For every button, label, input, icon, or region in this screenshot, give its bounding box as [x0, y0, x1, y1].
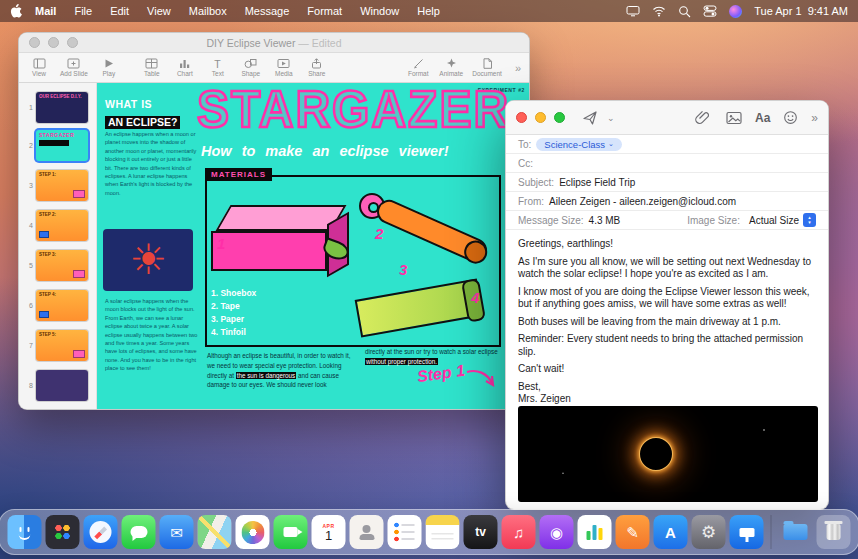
animate-button[interactable]: Animate — [439, 58, 463, 77]
slide-thumbnail-5[interactable]: 5 STEP 3: — [19, 247, 97, 283]
slide-thumbnail-2[interactable]: 2 STARGAZER — [19, 127, 97, 163]
close-button[interactable] — [29, 37, 40, 48]
close-button[interactable] — [516, 112, 527, 123]
pages-icon[interactable]: ✎ — [616, 515, 650, 549]
slide-thumbnail-6[interactable]: 6 STEP 4: — [19, 287, 97, 323]
calendar-icon[interactable]: APR 1 — [312, 515, 346, 549]
app-store-icon[interactable]: A — [654, 515, 688, 549]
attachment-icon[interactable] — [692, 110, 713, 125]
thumb-art — [39, 231, 49, 238]
menu-app-name[interactable]: Mail — [26, 5, 65, 17]
dock-divider — [771, 515, 772, 549]
thumb-art — [39, 140, 69, 146]
chevron-down-icon: ⌄ — [608, 140, 614, 148]
mail-icon[interactable]: ✉ — [160, 515, 194, 549]
reminders-icon[interactable] — [388, 515, 422, 549]
menu-window[interactable]: Window — [351, 5, 408, 17]
menu-edit[interactable]: Edit — [101, 5, 138, 17]
to-field[interactable]: To: Science-Class ⌄ — [506, 135, 828, 154]
thumb-art — [73, 350, 85, 358]
finder-icon[interactable] — [8, 515, 42, 549]
shape-button[interactable]: Shape — [239, 58, 263, 77]
menu-message[interactable]: Message — [236, 5, 299, 17]
insert-photo-icon[interactable] — [723, 111, 745, 125]
thumb-art — [73, 190, 85, 198]
siri-icon[interactable] — [729, 5, 742, 18]
safari-icon[interactable] — [84, 515, 118, 549]
format-button[interactable]: Format — [406, 58, 430, 77]
slide-thumbnail-4[interactable]: 4 STEP 2: — [19, 207, 97, 243]
search-icon[interactable] — [678, 5, 691, 18]
slide-thumbnail-3[interactable]: 3 STEP 1: — [19, 167, 97, 203]
image-size-stepper[interactable]: ▴ ▾ — [803, 213, 816, 227]
toolbar-overflow-icon[interactable]: » — [515, 62, 521, 74]
add-slide-button[interactable]: Add Slide — [60, 58, 88, 77]
eclipse-heading: WHAT IS AN ECLIPSE? — [105, 98, 180, 131]
slide-thumbnail-1[interactable]: 1 OUR ECLIPSE D.I.Y. — [19, 89, 97, 125]
menu-view[interactable]: View — [138, 5, 180, 17]
mail-toolbar[interactable]: ⌄ Aa » — [506, 101, 828, 135]
send-icon[interactable] — [579, 110, 601, 126]
keynote-icon[interactable] — [730, 515, 764, 549]
zoom-button[interactable] — [67, 37, 78, 48]
cc-field[interactable]: Cc: — [506, 154, 828, 173]
recipient-token[interactable]: Science-Class ⌄ — [536, 138, 622, 151]
media-button[interactable]: Media — [272, 58, 296, 77]
control-center-icon[interactable] — [703, 5, 717, 17]
facetime-icon[interactable] — [274, 515, 308, 549]
tinfoil-illustration — [355, 279, 484, 338]
messages-icon[interactable] — [122, 515, 156, 549]
message-body[interactable]: Greetings, earthlings! As I'm sure you a… — [506, 230, 828, 406]
body-paragraph: Mrs. Zeigen — [518, 393, 816, 406]
minimize-button[interactable] — [48, 37, 59, 48]
zoom-button[interactable] — [554, 112, 565, 123]
maps-icon[interactable] — [198, 515, 232, 549]
desktop: Mail File Edit View Mailbox Message Form… — [0, 0, 858, 559]
display-icon[interactable] — [626, 5, 640, 17]
table-button[interactable]: Table — [140, 58, 164, 77]
paper-roll-illustration — [373, 196, 491, 266]
chart-button[interactable]: Chart — [173, 58, 197, 77]
contacts-icon[interactable] — [350, 515, 384, 549]
body-paragraph: Can't wait! — [518, 363, 816, 376]
share-button[interactable]: Share — [305, 58, 329, 77]
format-text-button[interactable]: Aa — [755, 111, 770, 125]
menu-format[interactable]: Format — [298, 5, 351, 17]
apple-menu-icon[interactable] — [10, 4, 22, 18]
message-size-value: 4.3 MB — [589, 215, 621, 226]
intro-paragraph: An eclipse happens when a moon or planet… — [105, 130, 199, 197]
trash-icon[interactable] — [817, 515, 851, 549]
eclipse-photo-attachment[interactable] — [518, 406, 818, 502]
body-paragraph: Both buses will be leaving from the main… — [518, 316, 816, 329]
tv-icon[interactable]: tv — [464, 515, 498, 549]
menu-bar-clock[interactable]: Tue Apr 1 9:41 AM — [754, 5, 848, 17]
subject-field[interactable]: Subject: Eclipse Field Trip — [506, 173, 828, 192]
settings-icon[interactable]: ⚙ — [692, 515, 726, 549]
play-button[interactable]: Play — [97, 58, 121, 77]
photos-icon[interactable] — [236, 515, 270, 549]
menu-mailbox[interactable]: Mailbox — [180, 5, 236, 17]
slide-thumbnail-8[interactable]: 8 — [19, 367, 97, 403]
notes-icon[interactable] — [426, 515, 460, 549]
downloads-folder-icon[interactable] — [779, 515, 813, 549]
menu-file[interactable]: File — [65, 5, 101, 17]
slide-canvas[interactable]: EXPERIMENT #2 STARGAZER How to make an e… — [97, 83, 530, 410]
launchpad-icon[interactable] — [46, 515, 80, 549]
minimize-button[interactable] — [535, 112, 546, 123]
slide-thumbnail-7[interactable]: 7 STEP 5: — [19, 327, 97, 363]
numbers-icon[interactable] — [578, 515, 612, 549]
send-options-chevron-icon[interactable]: ⌄ — [607, 113, 615, 123]
text-button[interactable]: T Text — [206, 58, 230, 77]
wifi-icon[interactable] — [652, 5, 666, 17]
view-button[interactable]: View — [27, 58, 51, 77]
podcasts-icon[interactable]: ◉ — [540, 515, 574, 549]
from-field[interactable]: From: Aileen Zeigen - aileen.zeigen@iclo… — [506, 192, 828, 211]
menu-help[interactable]: Help — [408, 5, 449, 17]
music-icon[interactable]: ♫ — [502, 515, 536, 549]
highlighted-text: without proper protection. — [365, 358, 438, 365]
size-row: Message Size: 4.3 MB Image Size: Actual … — [506, 211, 828, 230]
emoji-icon[interactable] — [780, 110, 801, 125]
document-button[interactable]: Document — [472, 58, 502, 77]
toolbar-overflow-icon[interactable]: » — [811, 111, 818, 125]
keynote-title-bar[interactable]: DIY Eclipse Viewer — Edited — [19, 33, 529, 53]
